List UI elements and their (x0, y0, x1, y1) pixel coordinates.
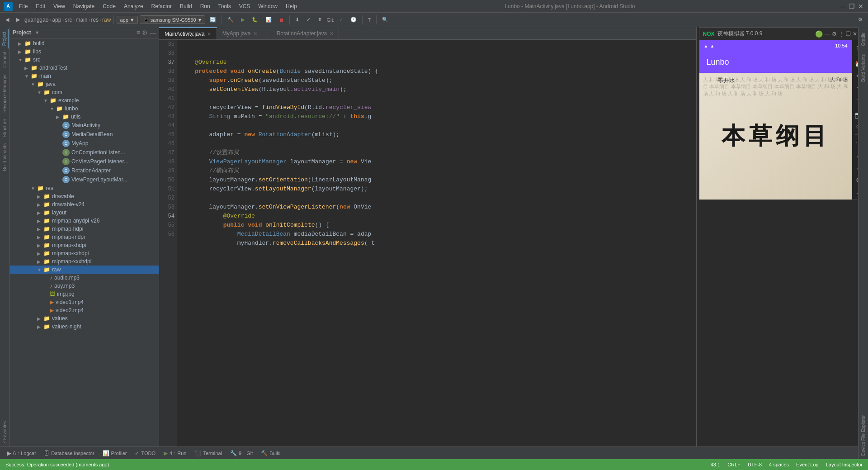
emulator-restore[interactable]: ❐ (846, 30, 851, 38)
menu-navigate[interactable]: Navigate (70, 2, 98, 10)
emulator-settings[interactable]: ⚙ (832, 30, 837, 38)
panel-minimize[interactable]: — (150, 29, 156, 36)
forward-button[interactable]: ▶ (14, 16, 23, 24)
tree-item-audio-mp3[interactable]: ▶ ♪ audio.mp3 (10, 274, 159, 282)
tree-item-viewpagerlayoutmanager[interactable]: ▶ C ViewPagerLayoutMar... (10, 175, 159, 184)
build-button[interactable]: 🔨 Build (257, 449, 284, 457)
tree-item-drawable[interactable]: ▶ 📁 drawable (10, 192, 159, 200)
tree-item-onviewpagerlistener[interactable]: ▶ I OnViewPagerListener... (10, 157, 159, 166)
tree-item-main[interactable]: ▼ 📁 main (10, 72, 159, 80)
make-project-button[interactable]: 🔨 (225, 16, 236, 24)
tree-item-oncompletionlistener[interactable]: ▶ I OnCompletionListen... (10, 148, 159, 157)
menu-window[interactable]: Window (255, 2, 281, 10)
logcat-button[interactable]: ▶ 6: Logcat (4, 449, 39, 457)
stop-button[interactable]: ⏹ (276, 16, 287, 24)
code-content[interactable]: @Override protected void onCreate(Bundle… (177, 40, 696, 446)
menu-edit[interactable]: Edit (32, 2, 49, 10)
project-tool-button[interactable]: Project (1, 29, 9, 48)
breadcrumb-root[interactable]: guanggao (24, 17, 48, 23)
run-button[interactable]: ▶ 4: Run (160, 449, 190, 457)
tree-item-libs[interactable]: ▶ 📁 libs (10, 47, 159, 56)
menu-help[interactable]: Help (282, 2, 301, 10)
vcs-push-button[interactable]: ⬆ (315, 16, 325, 24)
tree-item-mipmap-xhdpi[interactable]: ▶ 📁 mipmap-xhdpi (10, 241, 159, 249)
resource-manager-tool-button[interactable]: Resource Manager (1, 71, 8, 115)
project-dropdown-arrow[interactable]: ▼ (35, 30, 40, 35)
emulator-close[interactable]: ✕ (853, 30, 857, 38)
menu-build[interactable]: Build (176, 2, 196, 10)
tree-item-lunbo[interactable]: ▼ 📁 lunbo (10, 104, 159, 113)
event-log-button[interactable]: Event Log (796, 462, 819, 467)
code-editor[interactable]: 35 36 37 38 39 40 41 42 43 44 45 46 47 4… (159, 40, 696, 446)
tree-item-mipmap-xxhdpi[interactable]: ▶ 📁 mipmap-xxhdpi (10, 249, 159, 257)
tree-item-mainactivity[interactable]: ▶ C MainActivity (10, 121, 159, 130)
search-everywhere-button[interactable]: 🔍 (379, 16, 391, 24)
maximize-button[interactable]: ❐ (848, 3, 855, 10)
menu-run[interactable]: Run (197, 2, 214, 10)
translate-button[interactable]: T (365, 16, 374, 24)
gradle-tool-button[interactable]: Gradle (860, 29, 867, 50)
vcs-update-button[interactable]: ⬇ (292, 16, 302, 24)
emulator-minimize[interactable]: — (825, 30, 830, 38)
tab-myapp[interactable]: MyApp.java × (217, 27, 271, 39)
tree-item-raw[interactable]: ▼ 📁 raw (10, 266, 159, 274)
tree-item-mipmap-anydpi[interactable]: ▶ 📁 mipmap-anydpi-v26 (10, 217, 159, 225)
tree-item-example[interactable]: ▼ 📁 example (10, 96, 159, 104)
git-history[interactable]: 🕐 (348, 16, 359, 24)
git-checkmark[interactable]: ✓ (336, 16, 346, 24)
tree-item-video1-mp4[interactable]: ▶ ▶ video1.mp4 (10, 298, 159, 306)
tree-item-drawable-v24[interactable]: ▶ 📁 drawable-v24 (10, 200, 159, 209)
tree-item-androidtest[interactable]: ▶ 📁 androidTest (10, 64, 159, 72)
breadcrumb-res[interactable]: res (91, 17, 99, 23)
debug-button[interactable]: 🐛 (249, 16, 261, 24)
todo-button[interactable]: ✓ TODO (131, 449, 159, 457)
tab-rotationadapter[interactable]: RotationAdapter.java × (271, 27, 340, 39)
device-file-explorer-tool-button[interactable]: Device File Explorer (860, 412, 867, 459)
tree-item-utils[interactable]: ▶ 📁 utils (10, 113, 159, 121)
run-app-button[interactable]: ▶ (238, 16, 247, 24)
tree-item-values[interactable]: ▶ 📁 values (10, 314, 159, 323)
menu-view[interactable]: View (50, 2, 69, 10)
commit-tool-button[interactable]: Commit (1, 49, 8, 70)
profiler-button[interactable]: 📊 Profiler (99, 449, 131, 457)
minimize-button[interactable]: — (839, 3, 846, 10)
tree-item-mipmap-mdpi[interactable]: ▶ 📁 mipmap-mdpi (10, 233, 159, 241)
back-button[interactable]: ◀ (3, 16, 12, 24)
menu-code[interactable]: Code (99, 2, 119, 10)
tree-item-layout[interactable]: ▶ 📁 layout (10, 209, 159, 217)
menu-refactor[interactable]: Refactor (148, 2, 175, 10)
menu-analyze[interactable]: Analyze (120, 2, 147, 10)
tree-item-res[interactable]: ▼ 📁 res (10, 184, 159, 192)
tree-item-mediadetailbean[interactable]: ▶ C MediaDetailBean (10, 130, 159, 139)
settings-button[interactable]: ⚙ (855, 16, 865, 24)
build-variants-tool-button[interactable]: Build Variants (1, 141, 8, 174)
database-inspector-button[interactable]: 🗄 Database Inspector (40, 449, 98, 457)
tree-item-build[interactable]: ▶ 📁 build (10, 39, 159, 47)
close-button[interactable]: ✕ (857, 3, 864, 10)
structure-tool-button[interactable]: Structure (1, 116, 8, 140)
menu-tools[interactable]: Tools (215, 2, 235, 10)
profile-button[interactable]: 📊 (263, 16, 274, 24)
tree-item-auy-mp3[interactable]: ▶ ♪ auy.mp3 (10, 282, 159, 290)
breadcrumb-app[interactable]: app (52, 17, 61, 23)
terminal-button[interactable]: ⬛ Terminal (191, 449, 226, 457)
menu-vcs[interactable]: VCS (236, 2, 254, 10)
tree-item-src[interactable]: ▼ 📁 src (10, 56, 159, 64)
layout-inspector-button[interactable]: Layout Inspector (826, 462, 863, 467)
menu-file[interactable]: File (15, 2, 31, 10)
tree-item-mipmap-xxxhdpi[interactable]: ▶ 📁 mipmap-xxxhdpi (10, 257, 159, 266)
tab-close-rotationadapter[interactable]: × (330, 30, 333, 37)
build-variants-right-tool-button[interactable]: Build Variants (860, 51, 867, 85)
tab-close-mainactivity[interactable]: × (207, 30, 211, 38)
emulator-green-icon[interactable]: 🟢 (815, 30, 823, 38)
tab-close-myapp[interactable]: × (253, 30, 257, 37)
sync-button[interactable]: 🔄 (207, 16, 219, 24)
breadcrumb-raw[interactable]: raw (102, 17, 111, 23)
panel-settings[interactable]: ⚙ (142, 29, 148, 36)
tree-item-video2-mp4[interactable]: ▶ ▶ video2.mp4 (10, 306, 159, 314)
tree-item-rotationadapter[interactable]: ▶ C RotationAdapter (10, 166, 159, 175)
vcs-commit-button[interactable]: ✓ (304, 16, 313, 24)
git-button[interactable]: 🔧 9: Git (226, 449, 256, 457)
tree-item-values-night[interactable]: ▶ 📁 values-night (10, 323, 159, 331)
emulator-more[interactable]: ⋮ (839, 30, 844, 38)
